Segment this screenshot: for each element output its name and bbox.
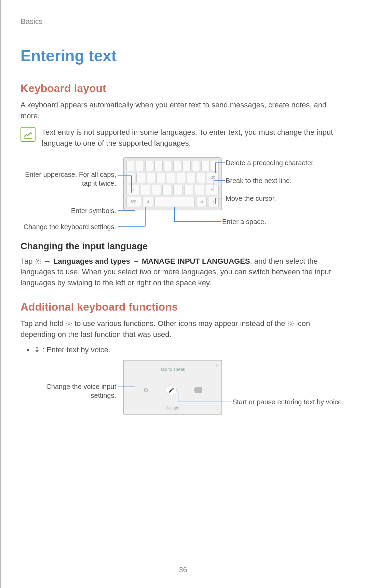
gear-icon xyxy=(287,320,294,327)
additional-intro: Tap and hold to use various functions. O… xyxy=(21,318,345,340)
microphone-icon xyxy=(33,347,40,353)
callout-settings: Change the keyboard settings. xyxy=(21,222,116,231)
page-title: Entering text xyxy=(21,47,345,65)
page-number: 36 xyxy=(0,565,366,574)
callout-delete: Delete a preceding character. xyxy=(226,158,345,167)
keyboard-diagram: ⌫ ⇧↵ !#©⚙◁▷ Enter uppercase. For all cap… xyxy=(21,156,345,227)
subsection-heading-input-lang: Changing the input language xyxy=(21,241,345,252)
svg-point-0 xyxy=(37,260,39,262)
callout-voice-settings: Change the voice input settings. xyxy=(21,382,116,400)
section-heading-layout: Keyboard layout xyxy=(21,82,345,95)
layout-intro: A keyboard appears automatically when yo… xyxy=(21,100,345,121)
breadcrumb: Basics xyxy=(21,17,345,26)
callout-symbols: Enter symbols. xyxy=(21,206,116,215)
input-lang-text: Tap → Languages and types → MANAGE INPUT… xyxy=(21,256,345,289)
section-heading-additional: Additional keyboard functions xyxy=(21,301,345,313)
bullet-voice: • : Enter text by voice. xyxy=(27,345,345,354)
voice-diagram: × Tap to speak ⚙ 🎤 Google Change the voi… xyxy=(21,360,345,421)
gear-icon xyxy=(66,320,72,327)
voice-brand: Google xyxy=(124,406,221,410)
callout-cursor: Move the cursor. xyxy=(226,194,328,203)
voice-backspace-icon xyxy=(194,387,202,393)
callout-space: Enter a space. xyxy=(222,217,325,226)
note-box: Text entry is not supported in some lang… xyxy=(21,127,345,149)
callout-nextline: Break to the next line. xyxy=(226,176,328,185)
voice-mic-button: 🎤 xyxy=(166,384,177,395)
svg-rect-3 xyxy=(36,348,38,351)
svg-point-2 xyxy=(290,323,292,325)
close-icon: × xyxy=(216,363,219,369)
svg-point-1 xyxy=(68,323,70,325)
callout-uppercase: Enter uppercase. For all caps, tap it tw… xyxy=(21,170,116,188)
keyboard-illustration: ⌫ ⇧↵ !#©⚙◁▷ xyxy=(123,157,222,210)
voice-illustration: × Tap to speak ⚙ 🎤 Google xyxy=(123,360,222,415)
gear-icon xyxy=(35,258,42,265)
note-icon xyxy=(21,127,36,142)
voice-gear-icon: ⚙ xyxy=(143,386,149,394)
callout-voice-start: Start or pause entering text by voice. xyxy=(232,397,345,406)
voice-prompt: Tap to speak xyxy=(124,367,221,372)
note-text: Text entry is not supported in some lang… xyxy=(42,127,345,149)
